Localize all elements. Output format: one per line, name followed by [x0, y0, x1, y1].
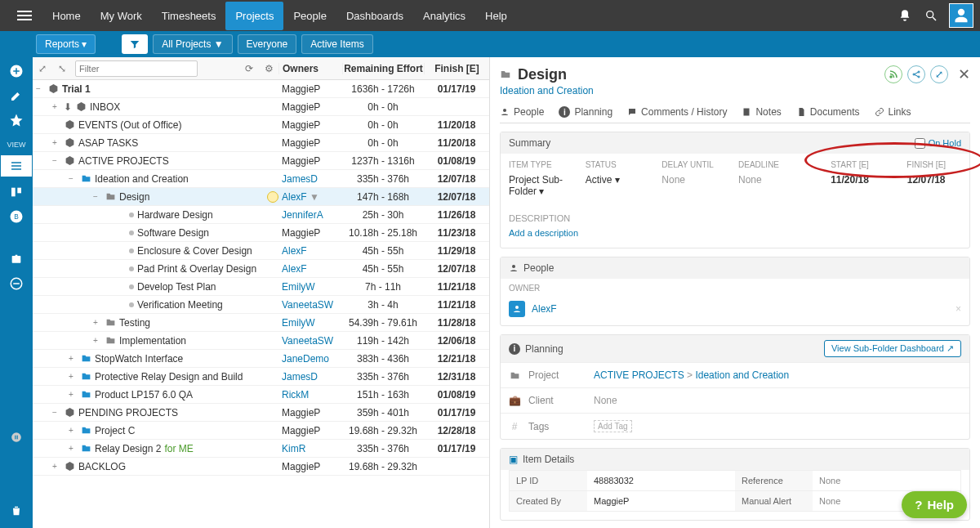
refresh-icon[interactable]: ⟳ — [239, 59, 259, 78]
tree-row[interactable]: −ACTIVE PROJECTSMaggieP1237h - 1316h01/0… — [33, 152, 489, 170]
filter-icon[interactable] — [122, 34, 148, 54]
nav-analytics[interactable]: Analytics — [413, 2, 475, 30]
toggle-icon[interactable]: + — [93, 336, 101, 345]
add-description-link[interactable]: Add a description — [509, 228, 961, 238]
collapse-icon[interactable]: ⤡ — [52, 59, 72, 78]
board-view-icon[interactable] — [7, 183, 25, 201]
item-type-select[interactable]: Project Sub-Folder ▾ — [509, 174, 579, 197]
tab-planning[interactable]: iPlanning — [559, 106, 612, 118]
briefcase-icon[interactable] — [7, 250, 25, 268]
toggle-icon[interactable]: − — [36, 84, 44, 93]
gear-icon[interactable]: ⚙ — [259, 59, 278, 78]
owner-link[interactable]: JamesD — [282, 371, 318, 383]
tree-row[interactable]: Verification MeetingVaneetaSW3h - 4h11/2… — [33, 296, 489, 314]
everyone-filter[interactable]: Everyone — [238, 34, 297, 54]
owner-link[interactable]: JenniferA — [282, 209, 323, 221]
toggle-icon[interactable]: − — [69, 174, 77, 183]
edit-icon[interactable] — [7, 87, 25, 105]
share-icon[interactable] — [907, 65, 925, 83]
add-tag-input[interactable]: Add Tag — [594, 420, 632, 432]
all-projects-filter[interactable]: All Projects ▼ — [153, 34, 232, 54]
toggle-icon[interactable]: + — [69, 372, 77, 381]
tree-row[interactable]: +BACKLOGMaggieP19.68h - 29.32h — [33, 458, 489, 476]
list-view-icon[interactable] — [1, 155, 32, 177]
trash-icon[interactable] — [7, 502, 25, 520]
project-path-2[interactable]: Ideation and Creation — [695, 369, 789, 381]
star-icon[interactable] — [7, 111, 25, 129]
toggle-icon[interactable]: + — [52, 462, 60, 471]
onhold-toggle[interactable]: On Hold — [915, 138, 961, 149]
breadcrumb[interactable]: Ideation and Creation — [500, 85, 970, 96]
toggle-icon[interactable]: + — [52, 138, 60, 147]
tree-row[interactable]: Hardware DesignJenniferA25h - 30h11/26/1… — [33, 206, 489, 224]
owner-link[interactable]: VaneetaSW — [282, 299, 333, 311]
remove-owner-icon[interactable]: × — [956, 303, 961, 315]
reports-dropdown[interactable]: Reports ▾ — [36, 34, 96, 54]
tab-documents[interactable]: Documents — [796, 106, 860, 118]
tree-row[interactable]: Pad Print & Overlay DesignAlexF45h - 55h… — [33, 260, 489, 278]
add-icon[interactable] — [7, 62, 25, 80]
help-button[interactable]: ? Help — [902, 491, 967, 518]
tree-row[interactable]: −DesignAlexF ▼147h - 168h12/07/18 — [33, 188, 489, 206]
baseline-icon[interactable]: B — [7, 208, 25, 226]
bell-icon[interactable] — [892, 2, 918, 29]
tree-row[interactable]: +ASAP TASKSMaggieP0h - 0h11/20/18 — [33, 134, 489, 152]
tree-row[interactable]: +Protective Relay Design and BuildJamesD… — [33, 368, 489, 386]
toggle-icon[interactable]: + — [69, 354, 77, 363]
toggle-icon[interactable]: − — [52, 408, 60, 417]
nav-people[interactable]: People — [283, 2, 336, 30]
nav-dashboards[interactable]: Dashboards — [336, 2, 413, 30]
tree-row[interactable]: +Relay Design 2 for MEKimR335h - 376h01/… — [33, 440, 489, 458]
pause-icon[interactable] — [7, 428, 25, 446]
tree-row[interactable]: +⬇INBOXMaggieP0h - 0h — [33, 98, 489, 116]
expand-detail-icon[interactable]: ⤢ — [930, 65, 948, 83]
toggle-icon[interactable]: + — [52, 102, 60, 111]
tab-comments[interactable]: Comments / History — [627, 106, 727, 118]
user-avatar[interactable] — [949, 3, 973, 28]
search-icon[interactable] — [918, 2, 944, 29]
tab-people[interactable]: People — [500, 106, 544, 118]
tree-row[interactable]: −PENDING PROJECTSMaggieP359h - 401h01/17… — [33, 404, 489, 422]
expand-icon[interactable]: ⤢ — [33, 59, 52, 78]
app-logo-icon[interactable] — [15, 6, 34, 25]
nav-home[interactable]: Home — [42, 2, 91, 30]
toggle-icon[interactable]: − — [93, 192, 101, 201]
finish-header[interactable]: Finish [E] — [424, 63, 489, 74]
tree-row[interactable]: +Project CMaggieP19.68h - 29.32h12/28/18 — [33, 422, 489, 440]
owner-link[interactable]: AlexF — [282, 245, 307, 257]
tab-links[interactable]: Links — [875, 106, 911, 118]
close-icon[interactable]: ✕ — [958, 65, 970, 83]
toggle-icon[interactable]: + — [69, 390, 77, 399]
filter-input[interactable] — [75, 60, 198, 77]
owner-link[interactable]: EmilyW — [282, 317, 315, 329]
owners-header[interactable]: Owners — [278, 63, 342, 74]
tree-row[interactable]: −Trial 1MaggieP1636h - 1726h01/17/19 — [33, 80, 489, 98]
effort-header[interactable]: Remaining Effort — [342, 63, 424, 74]
tree-row[interactable]: EVENTS (Out of Office)MaggieP0h - 0h11/2… — [33, 116, 489, 134]
tree-row[interactable]: +ImplementationVaneetaSW119h - 142h12/06… — [33, 332, 489, 350]
owner-link[interactable]: AlexF — [282, 191, 307, 203]
owner-link[interactable]: AlexF — [282, 263, 307, 275]
rss-icon[interactable] — [884, 65, 902, 83]
project-path-1[interactable]: ACTIVE PROJECTS — [594, 369, 684, 381]
toggle-icon[interactable]: + — [69, 444, 77, 453]
owner-link[interactable]: EmilyW — [282, 281, 315, 293]
tree-row[interactable]: Develop Test PlanEmilyW7h - 11h11/21/18 — [33, 278, 489, 296]
owner-link[interactable]: JamesD — [282, 173, 318, 185]
toggle-icon[interactable]: + — [69, 426, 77, 435]
tree-row[interactable]: Enclosure & Cover DesignAlexF45h - 55h11… — [33, 242, 489, 260]
toggle-icon[interactable]: + — [93, 318, 101, 327]
tab-notes[interactable]: Notes — [742, 106, 781, 118]
tree-row[interactable]: +StopWatch InterfaceJaneDemo383h - 436h1… — [33, 350, 489, 368]
remove-icon[interactable] — [7, 275, 25, 293]
nav-help[interactable]: Help — [475, 2, 517, 30]
tree-row[interactable]: +Product LP157 6.0 QARickM151h - 163h01/… — [33, 386, 489, 404]
status-select[interactable]: Active ▾ — [586, 174, 656, 186]
nav-mywork[interactable]: My Work — [91, 2, 152, 30]
active-items-filter[interactable]: Active Items — [301, 34, 372, 54]
owner-link[interactable]: RickM — [282, 389, 309, 400]
tree-row[interactable]: +TestingEmilyW54.39h - 79.61h11/28/18 — [33, 314, 489, 332]
tree-row[interactable]: Software DesignMaggieP10.18h - 25.18h11/… — [33, 224, 489, 242]
nav-projects[interactable]: Projects — [225, 2, 283, 30]
nav-timesheets[interactable]: Timesheets — [152, 2, 226, 30]
